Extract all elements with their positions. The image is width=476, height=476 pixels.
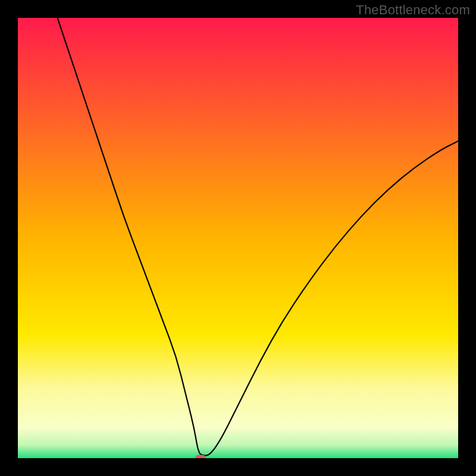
chart-container: { "watermark": "TheBottleneck.com", "cha…	[0, 0, 476, 476]
watermark-text: TheBottleneck.com	[356, 2, 470, 18]
plot-border-right	[458, 0, 476, 476]
plot-border-left	[0, 0, 18, 476]
plot-background	[18, 18, 458, 458]
plot-border-bottom	[0, 458, 476, 476]
bottleneck-chart	[0, 0, 476, 476]
